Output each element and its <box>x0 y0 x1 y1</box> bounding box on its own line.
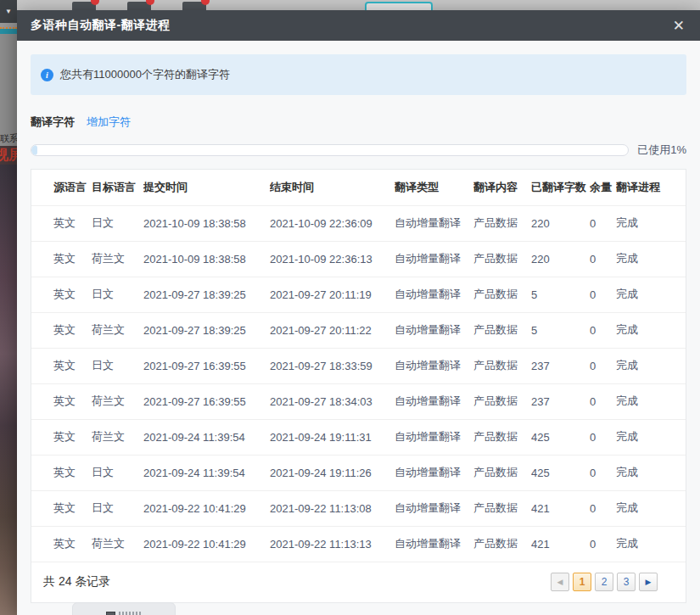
translation-jobs-card: 源语言 目标语言 提交时间 结束时间 翻译类型 翻译内容 已翻译字数 余量 翻译… <box>31 169 686 603</box>
translation-jobs-table: 源语言 目标语言 提交时间 结束时间 翻译类型 翻译内容 已翻译字数 余量 翻译… <box>31 170 686 562</box>
cell-target-lang: 荷兰文 <box>92 383 143 419</box>
cell-translated-count: 5 <box>531 312 590 348</box>
cell-submit-time: 2021-09-24 11:39:54 <box>143 455 270 490</box>
background-clipped-text: 联系 <box>0 131 17 146</box>
cell-target-lang: 荷兰文 <box>92 419 143 455</box>
cell-target-lang: 日文 <box>92 205 143 241</box>
col-progress-status: 翻译进程 <box>616 170 686 205</box>
dialog-header: 多语种自动翻译-翻译进程 ✕ <box>17 10 700 41</box>
cell-remaining: 0 <box>590 205 616 241</box>
notification-badge <box>146 0 154 5</box>
cell-translated-count: 237 <box>531 383 590 419</box>
translation-progress-dialog: 多语种自动翻译-翻译进程 ✕ i 您共有11000000个字符的翻译字符 翻译字… <box>17 10 700 615</box>
page-button-1[interactable]: 1 <box>573 573 591 591</box>
cell-target-lang: 荷兰文 <box>92 526 143 562</box>
notification-badge <box>91 0 99 5</box>
table-row: 英文 荷兰文 2021-09-27 18:39:25 2021-09-27 20… <box>31 312 686 348</box>
add-characters-link[interactable]: 增加字符 <box>87 115 131 130</box>
cell-progress-status: 完成 <box>616 419 686 455</box>
cell-source-lang: 英文 <box>31 490 92 526</box>
col-translated-count: 已翻译字数 <box>531 170 590 205</box>
cell-translate-type: 自动增量翻译 <box>395 526 473 562</box>
cell-source-lang: 英文 <box>31 455 92 490</box>
table-row: 英文 荷兰文 2021-09-24 11:39:54 2021-09-24 19… <box>31 419 686 455</box>
cell-source-lang: 英文 <box>31 348 92 383</box>
table-body: 英文 日文 2021-10-09 18:38:58 2021-10-09 22:… <box>31 205 686 562</box>
cell-translate-type: 自动增量翻译 <box>395 490 473 526</box>
cell-translated-count: 421 <box>531 526 590 562</box>
page-button-2[interactable]: 2 <box>595 573 613 591</box>
quota-info-text: 您共有11000000个字符的翻译字符 <box>60 67 230 82</box>
page-button-3[interactable]: 3 <box>617 573 636 591</box>
cell-end-time: 2021-09-22 11:13:08 <box>270 490 395 526</box>
cell-translate-content: 产品数据 <box>473 205 531 241</box>
cell-translate-content: 产品数据 <box>473 526 531 562</box>
cell-source-lang: 英文 <box>31 205 92 241</box>
cell-translate-type: 自动增量翻译 <box>395 383 473 419</box>
records-total: 共 24 条记录 <box>43 574 110 590</box>
cell-submit-time: 2021-09-22 10:41:29 <box>143 490 270 526</box>
notification-badge <box>201 0 210 5</box>
cell-progress-status: 完成 <box>616 383 686 419</box>
quota-row: 翻译字符 增加字符 <box>31 115 686 130</box>
cell-translated-count: 237 <box>531 348 590 383</box>
cell-remaining: 0 <box>590 241 616 277</box>
cell-end-time: 2021-10-09 22:36:09 <box>270 205 395 241</box>
background-gray-panel <box>0 34 17 131</box>
cell-target-lang: 荷兰文 <box>92 241 143 277</box>
cell-end-time: 2021-10-09 22:36:13 <box>270 241 395 277</box>
quota-label: 翻译字符 <box>31 115 75 130</box>
next-page-button[interactable]: ▶ <box>639 573 658 591</box>
info-icon: i <box>41 69 53 81</box>
close-icon[interactable]: ✕ <box>669 17 688 35</box>
cell-submit-time: 2021-09-27 16:39:55 <box>143 348 270 383</box>
cell-remaining: 0 <box>590 277 616 312</box>
background-left-strip: ▼ 联系 视屏 <box>0 0 17 615</box>
table-row: 英文 日文 2021-09-27 18:39:25 2021-09-27 20:… <box>31 277 686 312</box>
background-dropdown-button[interactable]: ▼ <box>0 0 17 23</box>
background-clipped-red-text: 视屏 <box>0 146 17 165</box>
cell-remaining: 0 <box>590 348 616 383</box>
cell-source-lang: 英文 <box>31 419 92 455</box>
background-search-box <box>365 2 433 10</box>
quota-info-alert: i 您共有11000000个字符的翻译字符 <box>31 54 686 95</box>
cell-submit-time: 2021-09-22 10:41:29 <box>143 526 270 562</box>
cell-source-lang: 英文 <box>31 312 92 348</box>
cell-translate-content: 产品数据 <box>473 312 531 348</box>
cell-translated-count: 421 <box>531 490 590 526</box>
cell-translate-type: 自动增量翻译 <box>395 455 473 490</box>
cell-progress-status: 完成 <box>616 526 686 562</box>
clipped-button-text <box>119 612 143 615</box>
table-row: 英文 荷兰文 2021-10-09 18:38:58 2021-10-09 22… <box>31 241 686 277</box>
table-row: 英文 日文 2021-10-09 18:38:58 2021-10-09 22:… <box>31 205 686 241</box>
cell-remaining: 0 <box>590 526 616 562</box>
col-submit-time: 提交时间 <box>143 170 270 205</box>
cell-progress-status: 完成 <box>616 455 686 490</box>
cell-submit-time: 2021-10-09 18:38:58 <box>143 241 270 277</box>
cell-progress-status: 完成 <box>616 277 686 312</box>
prev-page-button[interactable]: ◀ <box>551 573 569 591</box>
table-row: 英文 日文 2021-09-27 16:39:55 2021-09-27 18:… <box>31 348 686 383</box>
dialog-body: i 您共有11000000个字符的翻译字符 翻译字符 增加字符 已使用1% <box>17 41 700 603</box>
cell-translated-count: 5 <box>531 277 590 312</box>
cell-progress-status: 完成 <box>616 312 686 348</box>
cell-translate-type: 自动增量翻译 <box>395 205 473 241</box>
progress-fill <box>31 145 37 155</box>
cell-target-lang: 日文 <box>92 277 143 312</box>
cell-progress-status: 完成 <box>616 490 686 526</box>
col-translate-content: 翻译内容 <box>473 170 531 205</box>
cell-translate-type: 自动增量翻译 <box>395 277 473 312</box>
cell-translate-type: 自动增量翻译 <box>395 241 473 277</box>
cell-source-lang: 英文 <box>31 277 92 312</box>
quota-progress-bar <box>31 144 629 156</box>
col-end-time: 结束时间 <box>270 170 395 205</box>
cell-translate-content: 产品数据 <box>473 277 531 312</box>
dialog-title: 多语种自动翻译-翻译进程 <box>31 18 171 33</box>
cell-target-lang: 日文 <box>92 348 143 383</box>
clipped-button-icon <box>106 612 115 615</box>
col-translate-type: 翻译类型 <box>395 170 473 205</box>
cell-submit-time: 2021-10-09 18:38:58 <box>143 205 270 241</box>
background-partial-button[interactable] <box>72 602 176 615</box>
table-row: 英文 日文 2021-09-22 10:41:29 2021-09-22 11:… <box>31 490 686 526</box>
table-row: 英文 日文 2021-09-24 11:39:54 2021-09-24 19:… <box>31 455 686 490</box>
